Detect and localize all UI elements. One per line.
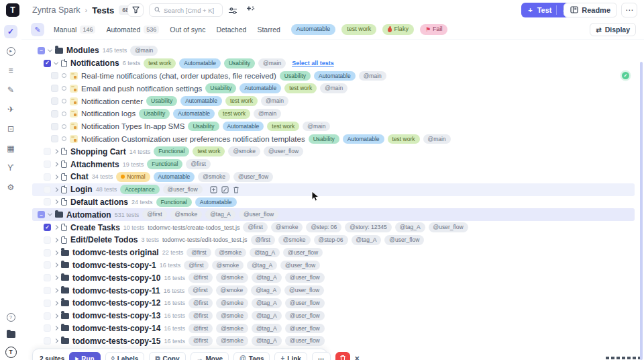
test-row[interactable]: Email and push notification settingsUsab… xyxy=(32,82,635,95)
edit-icon[interactable] xyxy=(221,186,229,193)
folder-row[interactable]: todomvc-tests-copy-116 tests@first@smoke… xyxy=(32,259,635,272)
sidebar-item-branches-icon[interactable]: ϒ xyxy=(4,161,17,175)
sidebar-item-help-icon[interactable]: ? xyxy=(4,310,17,324)
move-button[interactable]: →Move xyxy=(191,352,229,360)
filter-chip-automated[interactable]: Automated536 xyxy=(106,26,159,34)
tag-pill[interactable]: Usability xyxy=(309,134,339,144)
node-title[interactable]: todomvc-tests-copy-11 xyxy=(72,286,160,296)
checkbox[interactable]: ✓ xyxy=(44,60,51,67)
checkbox[interactable] xyxy=(51,72,58,79)
tag-pill[interactable]: Usability xyxy=(224,58,255,69)
tag-pill[interactable]: @main xyxy=(359,71,386,81)
tag-pill[interactable]: Usability xyxy=(280,71,311,81)
tag-pill[interactable]: @user_flow xyxy=(283,248,323,258)
tag-pill[interactable]: @first xyxy=(186,248,211,258)
suite-row[interactable]: Attachments19 testsFunctional@first xyxy=(32,158,635,171)
select-all-tests-link[interactable]: Select all tests xyxy=(292,60,334,66)
tag-pill[interactable]: @first xyxy=(142,210,166,220)
test-row[interactable]: Real-time notifications (chat, order upd… xyxy=(32,70,635,83)
run-button[interactable]: ▸Run xyxy=(69,352,100,360)
search-input[interactable]: Search [Cmd + K] xyxy=(149,3,223,17)
chevron-right-icon[interactable] xyxy=(54,238,58,242)
checkbox[interactable] xyxy=(44,324,51,332)
close-icon[interactable]: × xyxy=(355,354,360,360)
chevron-right-icon[interactable] xyxy=(54,275,58,280)
node-title[interactable]: Edit/Delete Todos xyxy=(70,235,138,244)
app-logo[interactable]: T xyxy=(6,3,19,17)
test-title[interactable]: Notification logs xyxy=(81,109,136,118)
tag-pill[interactable]: @smoke xyxy=(278,235,311,245)
tag-pill[interactable]: @smoke xyxy=(216,311,248,321)
suite-row[interactable]: Login48 testsAcceptance@user_flow xyxy=(32,183,635,196)
tag-pill[interactable]: @user_flow xyxy=(384,235,424,245)
tag-pill[interactable]: Automatable xyxy=(180,96,222,106)
tag-pill[interactable]: @smoke xyxy=(216,324,248,334)
checkbox[interactable] xyxy=(51,85,58,92)
node-title[interactable]: todomvc-tests-copy-14 xyxy=(72,324,160,333)
tag-pill[interactable]: Automatable xyxy=(195,197,237,208)
tag-pill[interactable]: Normal xyxy=(116,172,150,182)
test-row[interactable]: Notification Customization user preferen… xyxy=(32,133,635,146)
suite-row[interactable]: ✓Notifications6 teststest workAutomatabl… xyxy=(32,57,635,70)
test-status-circle[interactable] xyxy=(62,99,66,103)
checkbox[interactable] xyxy=(44,261,51,269)
tag-pill[interactable]: @main xyxy=(303,122,330,132)
folder-row[interactable]: todomvc-tests-copy-1316 tests@first@smok… xyxy=(32,310,635,322)
tag-pill[interactable]: Automatable xyxy=(154,172,195,182)
filter-chip-out-of-sync[interactable]: Out of sync xyxy=(170,26,205,34)
chevron-right-icon[interactable] xyxy=(54,263,58,267)
suite-row[interactable]: Edit/Delete Todos3 teststodomvc-tests/ed… xyxy=(32,234,635,246)
breadcrumb-project[interactable]: Zyntra Spark xyxy=(32,5,80,15)
sidebar-item-projects-icon[interactable] xyxy=(4,328,17,341)
tag-pill[interactable]: test work xyxy=(225,96,258,106)
tag-pill[interactable]: @smoke xyxy=(170,210,203,220)
checkbox[interactable] xyxy=(44,337,51,345)
delete-button[interactable] xyxy=(335,352,350,360)
chevron-right-icon[interactable] xyxy=(54,314,58,318)
sidebar-item-settings-icon[interactable]: ⚙ xyxy=(4,181,17,194)
filter-tag-pill[interactable]: test work xyxy=(341,24,376,35)
tag-pill[interactable]: @smoke xyxy=(216,298,248,308)
tag-pill[interactable]: @smoke xyxy=(215,248,247,258)
tag-pill[interactable]: @main xyxy=(254,109,281,119)
node-title[interactable]: todomvc-tests-copy-12 xyxy=(72,298,160,308)
tag-pill[interactable]: @tag_A xyxy=(252,324,282,334)
tag-pill[interactable]: @first xyxy=(184,261,208,271)
tag-pill[interactable]: @tag_A xyxy=(250,248,280,258)
tag-pill[interactable]: @step-06 xyxy=(314,235,348,245)
tag-pill[interactable]: Automatable xyxy=(179,58,221,69)
checkbox[interactable]: – xyxy=(38,211,45,218)
chevron-right-icon[interactable] xyxy=(54,225,58,230)
node-title[interactable]: Modules xyxy=(66,46,99,55)
tag-pill[interactable]: @user_flow xyxy=(163,185,203,195)
filter-chip-detached[interactable]: Detached xyxy=(216,26,246,34)
checkbox[interactable] xyxy=(44,287,51,294)
tag-pill[interactable]: @first xyxy=(189,324,213,334)
labels-button[interactable]: ◊Labels xyxy=(105,352,145,360)
node-title[interactable]: Shopping Cart xyxy=(70,147,126,156)
tag-pill[interactable]: Automatable xyxy=(343,134,384,144)
tag-pill[interactable]: @user_flow xyxy=(264,146,303,156)
chevron-right-icon[interactable] xyxy=(54,199,58,204)
sidebar-item-account-icon[interactable]: T xyxy=(4,345,17,359)
header-more-button[interactable]: ⋯ xyxy=(621,3,637,17)
tag-pill[interactable]: @smoke xyxy=(216,273,248,283)
tag-pill[interactable]: @smoke xyxy=(216,285,248,296)
tag-pill[interactable]: Functional xyxy=(154,146,189,156)
tag-pill[interactable]: test work xyxy=(144,58,176,69)
tag-pill[interactable]: @first xyxy=(188,285,212,296)
suite-row[interactable]: Default actions24 testsFunctionalAutomat… xyxy=(32,196,635,209)
tag-pill[interactable]: @smoke xyxy=(216,336,248,346)
tag-pill[interactable]: @tag_A xyxy=(252,298,282,308)
checkbox[interactable] xyxy=(51,110,58,118)
chevron-right-icon[interactable] xyxy=(54,149,58,154)
tag-pill[interactable]: @main xyxy=(130,46,158,56)
view-settings-icon[interactable] xyxy=(228,5,237,17)
folder-row[interactable]: todomvc-tests-copy-1516 tests@first@smok… xyxy=(32,334,635,347)
node-title[interactable]: todomvc-tests-copy-10 xyxy=(72,273,160,283)
checkbox[interactable]: ✓ xyxy=(44,224,51,231)
tag-pill[interactable]: Functional xyxy=(147,159,182,169)
checkbox[interactable] xyxy=(44,161,51,168)
chevron-right-icon[interactable] xyxy=(54,251,58,255)
test-status-circle[interactable] xyxy=(62,136,66,141)
